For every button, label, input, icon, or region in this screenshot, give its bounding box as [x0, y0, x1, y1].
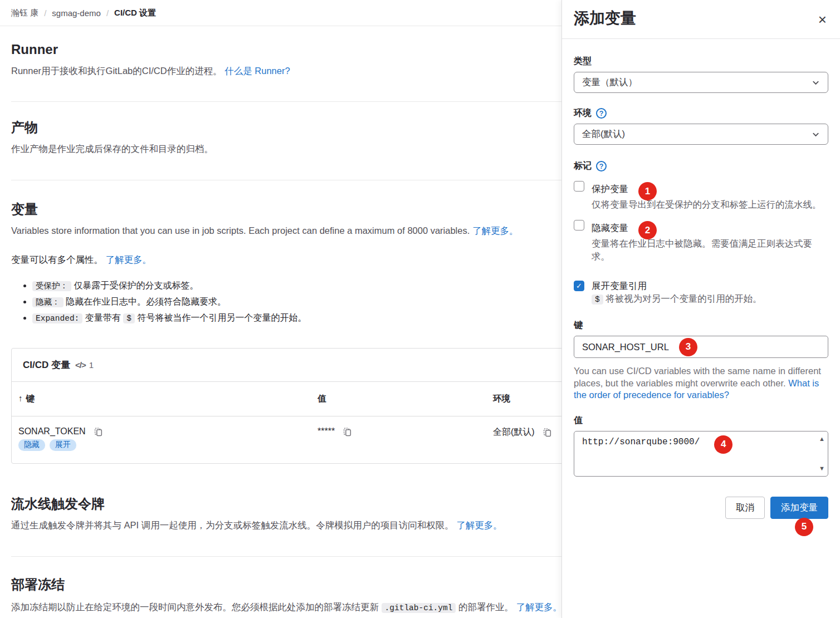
- environment-label-row: 环境 ?: [574, 107, 828, 119]
- variable-count-value: 1: [89, 360, 94, 370]
- expanded-bullet-text2: 符号将被当作一个引用另一个变量的开始。: [137, 313, 306, 322]
- expand-variable-flag: ✓ 展开变量引用 $ 将被视为对另一个变量的引用的开始。: [574, 279, 828, 306]
- breadcrumb-separator: /: [44, 8, 46, 18]
- expand-variable-label: 展开变量引用: [592, 279, 647, 292]
- dollar-chip: $: [592, 295, 603, 305]
- close-icon[interactable]: ×: [818, 12, 827, 27]
- annotation-step-5: 5: [795, 518, 813, 536]
- attributes-learn-more-link[interactable]: 了解更多。: [106, 254, 152, 264]
- copy-icon: [343, 427, 352, 436]
- environment-label: 环境: [574, 107, 592, 119]
- add-variable-button[interactable]: 添加变量: [770, 497, 828, 519]
- key-input[interactable]: SONAR_HOST_URL 3: [574, 336, 828, 358]
- annotation-step-3: 3: [679, 338, 697, 356]
- value-textarea[interactable]: http://sonarqube:9000/ 4 ▲ ▼: [574, 431, 828, 477]
- protected-variable-label: 保护变量: [592, 183, 628, 195]
- variables-learn-more-link[interactable]: 了解更多。: [472, 225, 519, 236]
- masked-variable-checkbox[interactable]: [574, 220, 584, 230]
- masked-variable-label: 隐藏变量: [592, 222, 628, 234]
- gitlab-ci-yml-chip: .gitlab-ci.yml: [382, 603, 456, 613]
- variable-count: </> 1: [75, 360, 94, 370]
- masked-variable-description: 变量将在作业日志中被隐藏。需要值满足正则表达式要求。: [592, 237, 828, 263]
- breadcrumb-separator: /: [106, 8, 109, 18]
- environment-help-icon[interactable]: ?: [596, 108, 607, 119]
- breadcrumb-project[interactable]: sgmag-demo: [52, 8, 101, 18]
- value-textarea-content: http://sonarqube:9000/: [582, 437, 700, 447]
- copy-environment-button[interactable]: [543, 428, 552, 437]
- code-icon: </>: [75, 360, 86, 370]
- masked-variable-flag: 隐藏变量2 变量将在作业日志中被隐藏。需要值满足正则表达式要求。: [574, 219, 828, 263]
- flags-help-icon[interactable]: ?: [596, 161, 607, 171]
- badge-masked: 隐藏: [18, 439, 45, 451]
- value-cell: *****: [318, 416, 493, 449]
- dollar-chip: $: [123, 313, 135, 323]
- annotation-step-1: 1: [638, 182, 657, 200]
- protected-bullet-text: 仅暴露于受保护的分支或标签。: [74, 281, 198, 290]
- flags-label-row: 标记 ?: [574, 160, 828, 172]
- protected-variable-description: 仅将变量导出到在受保护的分支和标签上运行的流水线。: [592, 198, 822, 211]
- what-is-runner-link[interactable]: 什么是 Runner?: [224, 66, 290, 76]
- expanded-chip: Expanded:: [32, 313, 82, 323]
- protected-variable-flag: 保护变量1 仅将变量导出到在受保护的分支和标签上运行的流水线。: [574, 180, 828, 211]
- triggers-learn-more-link[interactable]: 了解更多。: [456, 520, 502, 530]
- copy-value-button[interactable]: [343, 427, 352, 436]
- protected-variable-checkbox[interactable]: [574, 181, 584, 192]
- deploy-freeze-description: 添加冻结期以防止在给定环境的一段时间内意外发布。您必须根据此处添加的部署冻结更新: [11, 602, 379, 612]
- annotation-step-2: 2: [638, 221, 657, 239]
- runner-description: Runner用于接收和执行GitLab的CI/CD作业的进程。: [11, 66, 222, 76]
- masked-chip: 隐藏：: [32, 297, 64, 307]
- drawer-header: 添加变量 ×: [562, 0, 840, 39]
- copy-icon: [94, 427, 103, 436]
- key-label: 键: [574, 320, 828, 331]
- key-help-text: You can use CI/CD variables with the sam…: [574, 365, 828, 401]
- card-title: CI/CD 变量: [23, 359, 70, 371]
- variable-value-masked: *****: [318, 426, 335, 436]
- key-cell: SONAR_TOKEN 隐藏 展开: [12, 416, 318, 463]
- drawer-actions: 取消 添加变量 5: [574, 497, 828, 519]
- expand-variable-checkbox[interactable]: ✓: [574, 281, 584, 291]
- expand-variable-description: $ 将被视为对另一个变量的引用的开始。: [592, 292, 762, 306]
- flags-label: 标记: [574, 160, 592, 172]
- cancel-button[interactable]: 取消: [725, 497, 765, 519]
- variable-environment: 全部(默认): [493, 426, 535, 438]
- key-header-label: 键: [26, 394, 35, 403]
- pipeline-triggers-description: 通过生成触发令牌并将其与 API 调用一起使用，为分支或标签触发流水线。令牌模拟…: [11, 520, 454, 530]
- key-column-header[interactable]: ↑键: [12, 382, 318, 416]
- scroll-up-arrow-icon[interactable]: ▲: [819, 436, 825, 442]
- annotation-step-4: 4: [714, 435, 732, 454]
- type-select-value: 变量（默认）: [582, 76, 637, 89]
- sort-ascending-icon: ↑: [18, 394, 23, 403]
- protected-chip: 受保护：: [32, 281, 71, 291]
- masked-bullet-text: 隐藏在作业日志中。必须符合隐藏要求。: [66, 297, 226, 306]
- value-column-header: 值: [318, 382, 493, 416]
- copy-key-button[interactable]: [94, 427, 103, 436]
- badge-expanded: 展开: [50, 439, 76, 451]
- variable-key: SONAR_TOKEN: [18, 426, 86, 436]
- add-variable-drawer: 添加变量 × 类型 变量（默认） 环境 ? 全部(默认) 标记 ? 保护变量1 …: [561, 0, 840, 618]
- type-label: 类型: [574, 56, 828, 67]
- drawer-title: 添加变量: [574, 8, 636, 29]
- variables-intro: Variables store information that you can…: [11, 225, 470, 236]
- deploy-freeze-learn-more-link[interactable]: 了解更多。: [516, 602, 563, 612]
- copy-icon: [543, 428, 552, 437]
- variables-attributes-text: 变量可以有多个属性。: [11, 254, 103, 264]
- value-label: 值: [574, 415, 828, 426]
- scroll-down-arrow-icon[interactable]: ▼: [819, 465, 825, 472]
- type-select[interactable]: 变量（默认）: [574, 72, 828, 93]
- chevron-down-icon: [812, 130, 820, 139]
- expanded-bullet-text: 变量带有: [85, 313, 121, 322]
- deploy-freeze-description-after: 的部署作业。: [458, 602, 514, 612]
- breadcrumb-user[interactable]: 瀚钰 康: [11, 8, 38, 18]
- chevron-down-icon: [812, 79, 820, 87]
- key-input-value: SONAR_HOST_URL: [582, 342, 669, 352]
- breadcrumb-current-page: CI/CD 设置: [114, 8, 156, 18]
- environment-select[interactable]: 全部(默认): [574, 124, 828, 145]
- environment-select-value: 全部(默认): [582, 128, 625, 140]
